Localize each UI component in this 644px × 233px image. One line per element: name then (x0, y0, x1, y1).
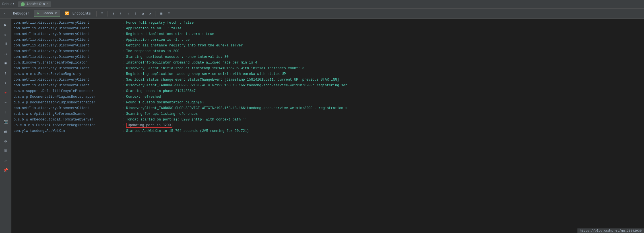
log-line-0: com.netflix.discovery.DiscoveryClient : … (11, 20, 644, 26)
up-button[interactable]: ⬆ (110, 11, 116, 17)
log-source-9: o.s.c.n.e.s.EurekaServiceRegistry (14, 71, 122, 77)
navigate-button[interactable]: ↗ (1, 156, 10, 165)
log-line-19: com.ylw.taodong.AppWeiXin : Started AppW… (11, 128, 644, 134)
log-sep-10: : (123, 77, 125, 82)
log-sep-18: : (123, 123, 125, 128)
log-msg-1: Application is null : false (126, 26, 181, 31)
log-source-4: com.netflix.discovery.DiscoveryClient (14, 43, 122, 48)
log-line-17: o.s.b.w.embedded.tomcat.TomcatWebServer … (11, 117, 644, 122)
log-msg-19: Started AppWeiXin in 15.764 seconds (JVM… (126, 128, 249, 134)
log-msg-9: Registering application taodong-shop-ser… (126, 71, 286, 77)
arrow-up-button[interactable]: ↑ (132, 11, 139, 17)
close-button[interactable]: ✕ (147, 11, 153, 17)
log-msg-6: Starting heartbeat executor: renew inter… (126, 54, 228, 60)
log-line-14: d.s.w.p.DocumentationPluginsBootstrapper… (11, 100, 644, 105)
log-line-3: com.netflix.discovery.DiscoveryClient : … (11, 37, 644, 43)
refresh-button[interactable]: ↺ (140, 11, 146, 17)
main-layout: ▶ ✏ ⏸ ↓⁝ ■ ↑ ↓ ● ⇒ ⇓ 📷 🖨 ⚙ 🗑 ↗ 📌 com.net… (0, 19, 644, 233)
log-line-18: .s.c.n.e.s.EurekaAutoServiceRegistration… (11, 122, 644, 128)
log-line-5: com.netflix.discovery.DiscoveryClient : … (11, 48, 644, 54)
back-button[interactable]: ← (2, 10, 9, 17)
upload-button[interactable]: ⬆ (125, 11, 131, 17)
step-out-button[interactable]: ↑ (1, 69, 10, 77)
log-sep-3: : (123, 37, 125, 42)
log-source-13: d.s.w.p.DocumentationPluginsBootstrapper (14, 94, 122, 99)
settings-button[interactable]: ⚙ (1, 137, 10, 145)
log-sep-2: : (123, 32, 125, 37)
tab-endpoints[interactable]: 🔀 Endpoints (61, 10, 94, 17)
log-sep-0: : (123, 20, 125, 25)
log-line-10: com.netflix.discovery.DiscoveryClient : … (11, 77, 644, 83)
log-sep-9: : (123, 71, 125, 77)
log-source-2: com.netflix.discovery.DiscoveryClient (14, 32, 122, 37)
log-msg-13: Context refreshed (126, 94, 161, 99)
console-area[interactable]: com.netflix.discovery.DiscoveryClient : … (11, 19, 644, 233)
highlight-box: Updating port to 8200 (126, 123, 172, 128)
log-source-18: .s.c.n.e.s.EurekaAutoServiceRegistration (14, 123, 122, 128)
grid-button[interactable]: ⊞ (158, 11, 164, 17)
log-sep-14: : (123, 100, 125, 105)
log-line-13: d.s.w.p.DocumentationPluginsBootstrapper… (11, 94, 644, 100)
log-msg-10: Saw local status change event StatusChan… (126, 77, 339, 82)
log-source-19: com.ylw.taodong.AppWeiXin (14, 128, 122, 134)
tab-close-button[interactable]: × (47, 3, 48, 6)
breakpoint-button[interactable]: ● (1, 88, 10, 97)
log-sep-4: : (123, 43, 125, 48)
log-source-10: com.netflix.discovery.DiscoveryClient (14, 77, 122, 82)
log-line-15: com.netflix.discovery.DiscoveryClient : … (11, 105, 644, 111)
sidebar: ▶ ✏ ⏸ ↓⁝ ■ ↑ ↓ ● ⇒ ⇓ 📷 🖨 ⚙ 🗑 ↗ 📌 (0, 19, 11, 233)
log-line-1: com.netflix.discovery.DiscoveryClient : … (11, 26, 644, 31)
tab-console[interactable]: ▶ Console (34, 10, 61, 17)
log-sep-15: : (123, 106, 125, 111)
log-msg-16: Scanning for api listing references (126, 111, 198, 116)
pause-button[interactable]: ⏸ (1, 40, 10, 48)
log-sep-11: : (123, 83, 125, 88)
print-button[interactable]: 🖨 (1, 127, 10, 136)
toolbar-separator-2 (108, 11, 108, 17)
download-button[interactable]: ⬇ (117, 11, 124, 17)
clear-button[interactable]: 🗑 (1, 146, 10, 155)
log-sep-17: : (123, 117, 125, 122)
log-source-8: com.netflix.discovery.DiscoveryClient (14, 66, 122, 71)
snapshot-button[interactable]: 📷 (1, 117, 10, 126)
log-msg-14: Found 1 custom documentation plugin(s) (126, 100, 204, 105)
edit-button[interactable]: ✏ (1, 30, 10, 39)
log-msg-12: Starting beans in phase 2147483647 (126, 89, 196, 94)
log-line-9: o.s.c.n.e.s.EurekaServiceRegistry : Regi… (11, 71, 644, 77)
log-line-2: com.netflix.discovery.DiscoveryClient : … (11, 31, 644, 37)
log-msg-15: DiscoveryClient_TAODONG-SHOP-SERVICE-WEI… (126, 106, 347, 111)
pin-button[interactable]: 📌 (1, 166, 10, 174)
log-line-12: o.s.c.support.DefaultLifecycleProcessor … (11, 88, 644, 94)
log-source-0: com.netflix.discovery.DiscoveryClient (14, 20, 122, 25)
log-sep-13: : (123, 94, 125, 99)
log-source-3: com.netflix.discovery.DiscoveryClient (14, 37, 122, 42)
tab-debugger[interactable]: Debugger (10, 11, 33, 17)
resume-button[interactable]: ▶ (1, 21, 10, 29)
log-msg-3: Application version is -1: true (126, 37, 189, 42)
log-sep-16: : (123, 111, 125, 116)
log-source-7: c.n.discovery.InstanceInfoReplicator (14, 60, 122, 65)
title-bar: Debug: AppWeiXin × (0, 0, 644, 9)
log-line-11: com.netflix.discovery.DiscoveryClient : … (11, 83, 644, 88)
endpoints-icon: 🔀 (65, 12, 69, 16)
log-line-16: s.d.s.w.s.ApiListingReferenceScanner : S… (11, 111, 644, 117)
app-tab[interactable]: AppWeiXin × (18, 1, 51, 7)
step-over-button[interactable]: ↓⁝ (1, 50, 10, 58)
log-sep-5: : (123, 49, 125, 54)
log-msg-5: The response status is 200 (126, 49, 179, 54)
log-msg-17: Tomcat started on port(s): 8200 (http) w… (126, 117, 247, 122)
log-msg-11: DiscoveryClient_TAODONG-SHOP-SERVICE-WEI… (126, 83, 347, 88)
log-sep-7: : (123, 60, 125, 65)
log-msg-0: Force full registry fetch : false (126, 20, 194, 25)
run-cursor-button[interactable]: ⇒ (1, 98, 10, 107)
list-button[interactable]: ≡ (166, 11, 172, 17)
log-source-1: com.netflix.discovery.DiscoveryClient (14, 26, 122, 31)
step-into-button[interactable]: ↓ (1, 79, 10, 87)
menu-button[interactable]: ≡ (99, 11, 105, 17)
tab-name: AppWeiXin (26, 2, 45, 6)
console-icon: ▶ (38, 11, 40, 15)
force-step-button[interactable]: ⇓ (1, 108, 10, 116)
log-line-6: com.netflix.discovery.DiscoveryClient : … (11, 54, 644, 60)
stop-button[interactable]: ■ (1, 59, 10, 68)
log-source-5: com.netflix.discovery.DiscoveryClient (14, 49, 122, 54)
